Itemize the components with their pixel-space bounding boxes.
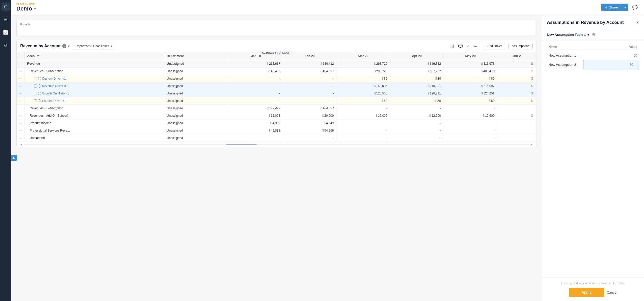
table-row: ··· Professional Services Reve... Unassi… xyxy=(17,127,536,134)
row-jun: $ xyxy=(497,68,536,75)
row-department: Unassigned xyxy=(164,90,229,97)
row-dots: ··· xyxy=(17,134,25,142)
comment-icon-button[interactable]: 💬 xyxy=(457,43,464,49)
col-account: Account xyxy=(25,52,164,60)
row-jun: $ xyxy=(497,75,536,82)
share-button[interactable]: ⎋ Share xyxy=(601,4,622,11)
sidebar-icon-trend[interactable]: 📈 xyxy=(2,28,10,36)
add-driver-text: + Add Driver xyxy=(485,44,502,48)
row-jan: - xyxy=(229,75,283,82)
row-account: Professional Services Reve... xyxy=(25,127,164,134)
toolbar-icons: 📊 💬 ⤢ ••• xyxy=(449,43,479,49)
row-mar: $80 xyxy=(336,75,390,82)
assumption-table-select[interactable]: New Assumption Table 1 ▾ xyxy=(547,33,589,37)
row-apr: - xyxy=(390,105,444,112)
row-feb: - xyxy=(283,97,336,105)
row-apr: $126,711 xyxy=(390,90,444,97)
share-icon: ⎋ xyxy=(605,5,607,9)
cancel-button[interactable]: Cancel xyxy=(607,291,617,294)
row-account: Unmapped xyxy=(25,134,164,142)
panel-close-button[interactable]: × xyxy=(636,20,639,25)
add-driver-button[interactable]: + Add Driver xyxy=(482,43,505,49)
row-jun: $ xyxy=(497,60,536,68)
plan-status: PLAN ACTIVE xyxy=(16,3,36,5)
table-row: ··· Custom Driver #1 Unassigned - xyxy=(17,75,536,82)
sidebar-icon-grid[interactable]: ⊞ xyxy=(2,3,10,11)
row-jan: $215,667 xyxy=(229,60,283,68)
expand-icon-button[interactable]: ⤢ xyxy=(466,43,471,49)
info-icon[interactable]: i xyxy=(62,44,66,48)
plan-chevron-icon[interactable]: ▾ xyxy=(34,7,36,11)
row-department: Unassigned xyxy=(164,120,229,127)
scroll-track[interactable] xyxy=(24,144,529,145)
scroll-thumb[interactable] xyxy=(226,144,257,145)
driver-link[interactable]: Revenue Driver #10 xyxy=(34,84,161,88)
sidebar-icon-settings[interactable]: ⚙ xyxy=(2,41,10,49)
dept-chevron-icon: ▾ xyxy=(111,44,112,48)
row-dots: ··· xyxy=(17,97,25,105)
period-badge: ACTUALS | FORECAST xyxy=(260,51,293,55)
row-mar: - xyxy=(336,134,390,142)
driver-link[interactable]: Growth On Historic... xyxy=(34,92,161,95)
row-may: $276,097 xyxy=(444,82,497,90)
checkbox-icon xyxy=(34,84,37,88)
row-mar: $298,720 xyxy=(336,60,390,68)
col-jun2: Jun-2 xyxy=(497,52,536,60)
row-may: $124,251 xyxy=(444,90,497,97)
row-apr: $50 xyxy=(390,97,444,105)
col-may20: May-20 xyxy=(444,52,497,60)
table-row: Revenue Unassigned $215,667 $244,412 $29… xyxy=(17,60,536,68)
table-row: ··· Unmapped Unassigned - - - - - xyxy=(17,134,536,142)
chart-icon-button[interactable]: 📊 xyxy=(449,43,456,49)
row-dots: ··· xyxy=(17,112,25,120)
gear-button[interactable]: ⚙ xyxy=(592,32,595,37)
scroll-right-icon[interactable]: ▶ xyxy=(531,143,533,146)
dept-filter-text: Department: Unassigned xyxy=(76,44,110,48)
formula-section: Formula xyxy=(16,20,536,36)
row-apr: $80 xyxy=(390,75,444,82)
assumption-value[interactable]: 50 xyxy=(584,51,639,60)
table-row: ··· Revenue Driver #10 Unassigned xyxy=(17,82,536,90)
col-value: Value xyxy=(584,43,639,51)
row-jun: $ xyxy=(497,90,536,97)
panel-header: Assumptions in Revenue by Account × xyxy=(542,15,644,29)
expand-button[interactable]: ▶ xyxy=(11,155,17,161)
circle-icon xyxy=(38,84,41,88)
assumption-value-input[interactable] xyxy=(585,63,637,67)
assumption-row: New Assumption 2 xyxy=(547,60,639,69)
driver-link[interactable]: Custom Driver #1 xyxy=(34,99,161,103)
row-feb: - xyxy=(283,134,336,142)
formula-label: Formula xyxy=(20,23,533,26)
more-icon-button[interactable]: ••• xyxy=(472,43,479,49)
formula-input[interactable] xyxy=(20,27,533,33)
row-department: Unassigned xyxy=(164,127,229,134)
sidebar-icon-list[interactable]: ☰ xyxy=(2,15,10,24)
assumption-table-chevron-icon: ▾ xyxy=(587,33,589,37)
horizontal-scrollbar[interactable]: ◀ ▶ xyxy=(17,142,536,147)
assumption-value-editing[interactable] xyxy=(584,60,639,69)
table-row: ··· Custom Driver #1 Unassigned - xyxy=(17,97,536,105)
row-dots: ··· xyxy=(17,90,25,97)
department-filter[interactable]: Department: Unassigned ▾ xyxy=(73,43,115,49)
table-scroll-container[interactable]: Account Department Jan-20 Feb-20 Mar-20 … xyxy=(17,52,536,142)
scroll-left-icon[interactable]: ◀ xyxy=(20,143,22,146)
table-title: Revenue by Account i ▾ xyxy=(20,44,70,48)
assumptions-button[interactable]: Assumptions xyxy=(508,43,533,49)
share-dropdown-button[interactable]: ▾ xyxy=(622,4,628,11)
assumption-name: New Assumption 2 xyxy=(547,60,584,69)
row-dots xyxy=(17,60,25,68)
row-apr: - xyxy=(390,134,444,142)
table-row: ··· Revenues - Add On Subscri... Unassig… xyxy=(17,112,536,120)
table-title-chevron-icon[interactable]: ▾ xyxy=(68,44,70,48)
row-jun: $ xyxy=(497,97,536,105)
chat-button[interactable]: 💬 xyxy=(631,3,639,12)
row-feb: $244,412 xyxy=(283,60,336,68)
row-apr: $210,391 xyxy=(390,82,444,90)
row-account: Revenue xyxy=(25,60,164,68)
row-mar: $50 xyxy=(336,97,390,105)
apply-button[interactable]: Apply xyxy=(569,288,604,297)
row-account: Growth On Historic... xyxy=(25,90,164,97)
driver-link[interactable]: Custom Driver #1 xyxy=(34,77,161,80)
row-may: $12,600 xyxy=(444,112,497,120)
row-apr: - xyxy=(390,120,444,127)
